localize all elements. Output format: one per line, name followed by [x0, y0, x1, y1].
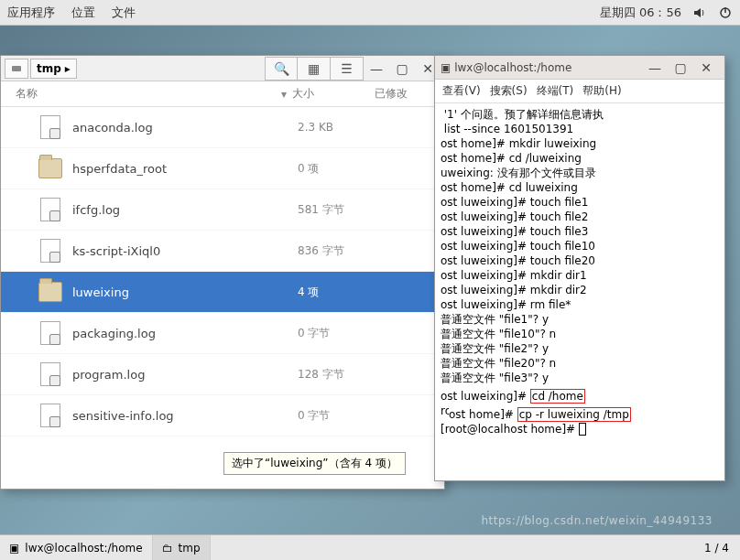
folder-icon: 🗀 — [162, 542, 173, 555]
file-size: 0 项 — [298, 161, 380, 177]
workspace-indicator[interactable]: 1 / 4 — [693, 542, 740, 555]
volume-icon[interactable] — [692, 5, 707, 20]
file-name: anaconda.log — [72, 121, 298, 135]
highlight-cd-home: cd /home — [530, 389, 585, 404]
term-maximize-button[interactable]: ▢ — [668, 58, 693, 78]
file-row[interactable]: program.log128 字节 — [1, 354, 444, 395]
file-name: luweixing — [72, 285, 298, 299]
file-size: 128 字节 — [298, 367, 380, 382]
watermark: https://blog.csdn.net/weixin_44949133 — [481, 514, 713, 527]
file-list[interactable]: anaconda.log2.3 KBhsperfdata_root0 项ifcf… — [1, 107, 444, 489]
term-close-button[interactable]: ✕ — [693, 58, 719, 78]
highlight-cp-cmd: cp -r luweixing /tmp — [517, 407, 631, 422]
menu-button[interactable]: ☰ — [331, 57, 364, 81]
terminal-icon: ▣ — [9, 542, 19, 555]
task-terminal[interactable]: ▣ lwx@localhost:/home — [0, 535, 153, 560]
file-size: 2.3 KB — [298, 121, 380, 134]
task-files[interactable]: 🗀 tmp — [153, 535, 211, 560]
file-size: 581 字节 — [298, 202, 380, 218]
file-icon — [38, 361, 63, 387]
file-icon — [38, 320, 63, 346]
search-button[interactable]: 🔍 — [265, 57, 298, 81]
topbar: 应用程序 位置 文件 星期四 06：56 — [0, 0, 740, 26]
file-size: 836 字节 — [298, 243, 380, 259]
power-icon[interactable] — [718, 5, 733, 20]
term-menu-view[interactable]: 查看(V) — [442, 83, 481, 99]
term-menu-search[interactable]: 搜索(S) — [490, 83, 528, 99]
fm-titlebar[interactable]: tmp ▸ 🔍 ▦ ☰ — ▢ ✕ — [1, 56, 444, 81]
file-size: 0 字节 — [298, 408, 380, 424]
file-name: ks-script-iXiql0 — [72, 244, 298, 258]
status-tooltip: 选中了“luweixing”（含有 4 项） — [223, 452, 406, 475]
file-size: 0 字节 — [298, 326, 380, 341]
clock: 星期四 06：56 — [600, 5, 681, 21]
file-row[interactable]: hsperfdata_root0 项 — [1, 148, 444, 189]
path-tmp-button[interactable]: tmp ▸ — [30, 59, 77, 79]
menu-files[interactable]: 文件 — [112, 5, 136, 21]
icon-view-button[interactable]: ▦ — [298, 57, 331, 81]
file-row[interactable]: ifcfg.log581 字节 — [1, 189, 444, 231]
maximize-button[interactable]: ▢ — [389, 59, 415, 79]
sort-indicator-icon: ▾ — [281, 88, 287, 101]
col-mod-label[interactable]: 已修改 — [375, 86, 439, 102]
taskbar: ▣ lwx@localhost:/home 🗀 tmp 1 / 4 — [0, 534, 740, 560]
folder-icon — [38, 156, 63, 181]
term-titlebar[interactable]: ▣ lwx@localhost:/home — ▢ ✕ — [435, 56, 724, 80]
search-icon: 🔍 — [274, 61, 289, 76]
file-icon — [38, 114, 63, 140]
file-row[interactable]: anaconda.log2.3 KB — [1, 107, 444, 148]
file-row[interactable]: luweixing4 项 — [1, 272, 444, 313]
file-name: ifcfg.log — [72, 203, 298, 217]
path-root-button[interactable] — [5, 59, 28, 79]
file-size: 4 项 — [298, 285, 380, 300]
file-manager-window: tmp ▸ 🔍 ▦ ☰ — ▢ ✕ 名称▾ 大小 已修改 anaconda.lo… — [0, 55, 445, 490]
svg-rect-2 — [12, 66, 21, 71]
minimize-button[interactable]: — — [364, 59, 389, 79]
terminal-icon: ▣ — [441, 61, 451, 74]
file-icon — [38, 238, 63, 264]
col-size-label[interactable]: 大小 — [292, 86, 375, 102]
folder-icon — [38, 279, 63, 305]
cursor — [579, 423, 586, 436]
file-name: program.log — [72, 368, 298, 382]
menu-icon: ☰ — [341, 61, 353, 76]
file-name: hsperfdata_root — [72, 162, 298, 176]
file-row[interactable]: packaging.log0 字节 — [1, 313, 444, 354]
menu-apps[interactable]: 应用程序 — [7, 5, 55, 21]
file-name: sensitive-info.log — [72, 409, 298, 423]
col-name-label[interactable]: 名称 — [16, 86, 38, 102]
terminal-output[interactable]: '1' 个问题。预了解详细信息请执 list --since 160150139… — [435, 103, 724, 440]
menu-places[interactable]: 位置 — [71, 5, 95, 21]
file-name: packaging.log — [72, 327, 298, 340]
term-minimize-button[interactable]: — — [642, 58, 668, 78]
grid-icon: ▦ — [308, 61, 320, 76]
term-menubar: 查看(V) 搜索(S) 终端(T) 帮助(H) — [435, 80, 724, 103]
drive-icon — [11, 63, 22, 74]
file-icon — [38, 403, 63, 428]
file-icon — [38, 197, 63, 222]
term-title-label: lwx@localhost:/home — [454, 61, 642, 74]
file-row[interactable]: ks-script-iXiql0836 字节 — [1, 231, 444, 272]
terminal-window: ▣ lwx@localhost:/home — ▢ ✕ 查看(V) 搜索(S) … — [434, 55, 725, 481]
column-headers[interactable]: 名称▾ 大小 已修改 — [1, 81, 444, 107]
file-row[interactable]: sensitive-info.log0 字节 — [1, 395, 444, 436]
term-menu-terminal[interactable]: 终端(T) — [537, 83, 574, 99]
term-menu-help[interactable]: 帮助(H) — [582, 83, 621, 99]
